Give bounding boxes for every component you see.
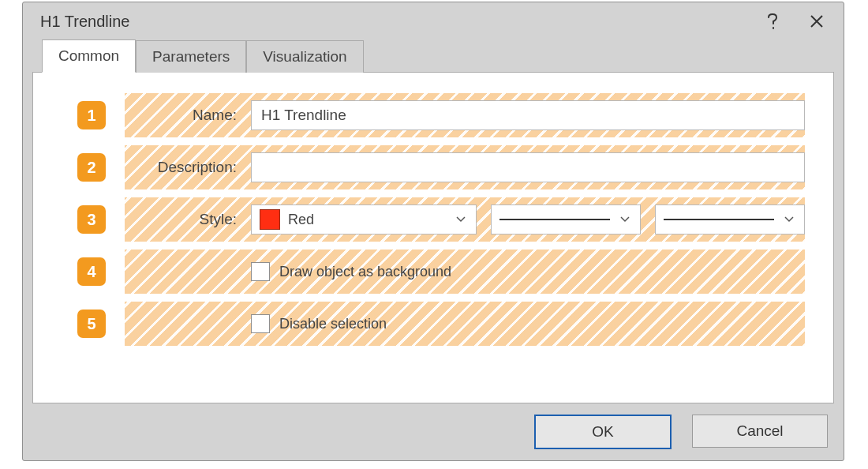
style-group: Red — [251, 204, 805, 234]
name-input[interactable]: H1 Trendline — [251, 100, 805, 130]
annotation-badge-5: 5 — [77, 310, 106, 338]
draw-background-checkbox[interactable]: Draw object as background — [251, 262, 451, 281]
disable-selection-label: Disable selection — [279, 316, 387, 332]
close-icon — [810, 14, 824, 28]
properties-dialog: H1 Trendline Common Parameters Visualiza… — [22, 2, 844, 461]
tabstrip: Common Parameters Visualization — [42, 40, 844, 72]
label-description: Description: — [118, 159, 238, 176]
annotation-badge-1: 1 — [77, 101, 106, 129]
row-name: 1 Name: H1 Trendline — [77, 96, 805, 134]
row-highlight — [125, 302, 805, 346]
line-style-preview-icon — [499, 219, 610, 220]
annotation-badge-4: 4 — [77, 257, 106, 286]
label-style: Style: — [118, 211, 238, 228]
color-swatch-icon — [260, 209, 280, 230]
dialog-footer: OK Cancel — [534, 415, 828, 449]
row-highlight — [125, 250, 805, 294]
tab-visualization[interactable]: Visualization — [246, 40, 363, 73]
chevron-down-icon — [618, 216, 632, 223]
titlebar: H1 Trendline — [23, 2, 844, 40]
color-combo-label: Red — [288, 212, 314, 228]
row-draw-background: 4 Draw object as background — [77, 253, 805, 291]
checkbox-icon — [251, 314, 270, 333]
disable-selection-checkbox[interactable]: Disable selection — [251, 314, 387, 333]
cancel-button[interactable]: Cancel — [692, 415, 828, 448]
row-style: 3 Style: Red — [77, 201, 805, 238]
description-input[interactable] — [251, 152, 805, 182]
tab-panel-common: 1 Name: H1 Trendline 2 Description: 3 St… — [32, 72, 834, 403]
row-disable-selection: 5 Disable selection — [77, 305, 805, 343]
annotation-badge-2: 2 — [77, 153, 106, 182]
ok-button[interactable]: OK — [534, 415, 672, 449]
close-button[interactable] — [795, 6, 839, 36]
checkbox-icon — [251, 262, 270, 281]
help-icon — [766, 13, 779, 30]
chevron-down-icon — [454, 216, 468, 223]
chevron-down-icon — [782, 216, 796, 223]
line-style-combo[interactable] — [491, 204, 641, 234]
help-button[interactable] — [750, 6, 795, 36]
annotation-badge-3: 3 — [77, 205, 106, 234]
label-name: Name: — [118, 107, 238, 124]
row-description: 2 Description: — [77, 148, 805, 186]
window-title: H1 Trendline — [40, 13, 750, 31]
line-width-preview-icon — [664, 219, 774, 220]
tab-common[interactable]: Common — [42, 39, 136, 73]
tab-parameters[interactable]: Parameters — [136, 40, 246, 73]
color-combo[interactable]: Red — [251, 204, 477, 234]
name-input-value: H1 Trendline — [261, 107, 346, 124]
draw-background-label: Draw object as background — [279, 264, 451, 280]
line-width-combo[interactable] — [655, 204, 805, 234]
